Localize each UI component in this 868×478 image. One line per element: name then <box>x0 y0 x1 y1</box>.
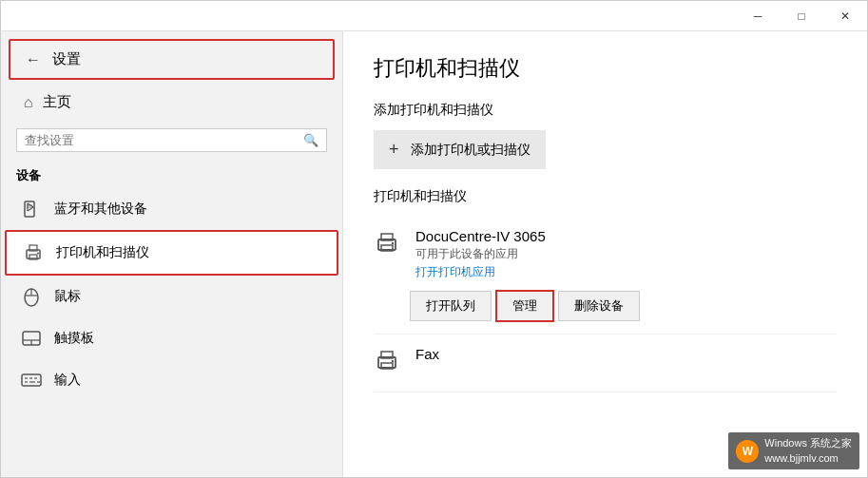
svg-rect-17 <box>29 377 32 379</box>
sidebar-item-touchpad[interactable]: 触摸板 <box>5 317 338 359</box>
sidebar-item-mouse[interactable]: 鼠标 <box>5 276 338 317</box>
sidebar-title: 设置 <box>52 50 81 68</box>
docucentre-printer-icon <box>374 230 400 262</box>
sidebar-header: ← 设置 <box>9 39 335 80</box>
search-input[interactable] <box>25 133 303 147</box>
fax-name: Fax <box>415 346 439 362</box>
main-content: 打印机和扫描仪 添加打印机和扫描仪 + 添加打印机或扫描仪 打印机和扫描仪 <box>343 31 867 477</box>
open-queue-button[interactable]: 打开队列 <box>410 291 492 321</box>
input-icon <box>20 369 43 392</box>
printer-item-top: DocuCentre-IV 3065 可用于此设备的应用 打开打印机应用 <box>374 228 837 280</box>
add-printer-label: 添加打印机或扫描仪 <box>411 142 530 159</box>
watermark-url: www.bjjmlv.com <box>764 451 852 466</box>
add-icon: + <box>389 140 399 160</box>
titlebar-controls: ─ □ ✕ <box>736 1 867 31</box>
search-icon: 🔍 <box>303 133 318 147</box>
titlebar: ─ □ ✕ <box>1 1 867 31</box>
printers-label: 打印机和扫描仪 <box>56 244 149 261</box>
svg-rect-19 <box>25 381 28 383</box>
touchpad-label: 触摸板 <box>54 330 94 347</box>
svg-point-8 <box>37 253 39 255</box>
sidebar-item-bluetooth[interactable]: 蓝牙和其他设备 <box>5 188 338 230</box>
watermark-text: Windows 系统之家 www.bjjmlv.com <box>764 436 852 466</box>
printer-item-fax: Fax <box>374 335 837 392</box>
printer-item-docucentre: DocuCentre-IV 3065 可用于此设备的应用 打开打印机应用 打开队… <box>374 217 837 335</box>
watermark-site: Windows 系统之家 <box>764 436 852 450</box>
page-title: 打印机和扫描仪 <box>374 54 837 83</box>
bluetooth-icon <box>20 198 43 220</box>
svg-rect-15 <box>22 374 41 386</box>
docucentre-status: 可用于此设备的应用 <box>415 246 546 262</box>
sidebar-item-input[interactable]: 输入 <box>5 359 338 401</box>
mouse-icon <box>20 285 43 308</box>
devices-section-label: 设备 <box>1 160 342 188</box>
docucentre-name: DocuCentre-IV 3065 <box>415 228 546 244</box>
bluetooth-label: 蓝牙和其他设备 <box>54 201 147 218</box>
manage-button[interactable]: 管理 <box>495 290 554 322</box>
svg-rect-21 <box>37 381 40 383</box>
minimize-button[interactable]: ─ <box>736 1 780 31</box>
watermark: W Windows 系统之家 www.bjjmlv.com <box>728 432 859 469</box>
close-button[interactable]: ✕ <box>823 1 867 31</box>
delete-device-button[interactable]: 删除设备 <box>558 291 640 321</box>
svg-rect-16 <box>25 377 28 379</box>
maximize-button[interactable]: □ <box>780 1 823 31</box>
svg-rect-20 <box>29 381 35 383</box>
sidebar-home-item[interactable]: ⌂ 主页 <box>9 84 335 121</box>
input-label: 输入 <box>54 372 81 389</box>
mouse-label: 鼠标 <box>54 288 81 305</box>
sidebar: ← 设置 ⌂ 主页 🔍 设备 <box>1 31 343 477</box>
svg-point-29 <box>392 360 394 362</box>
svg-rect-18 <box>34 377 37 379</box>
touchpad-icon <box>20 327 43 350</box>
home-icon: ⌂ <box>24 94 33 111</box>
fax-printer-icon <box>374 348 400 380</box>
docucentre-info: DocuCentre-IV 3065 可用于此设备的应用 打开打印机应用 <box>415 228 546 280</box>
printer-icon <box>22 241 45 264</box>
back-button[interactable]: ← <box>26 51 41 68</box>
add-printer-button[interactable]: + 添加打印机或扫描仪 <box>374 130 546 169</box>
open-printer-app-link[interactable]: 打开打印机应用 <box>415 264 546 280</box>
docucentre-actions: 打开队列 管理 删除设备 <box>374 290 837 322</box>
home-label: 主页 <box>43 93 71 111</box>
add-section-title: 添加打印机和扫描仪 <box>374 102 837 119</box>
content-area: ← 设置 ⌂ 主页 🔍 设备 <box>1 31 867 477</box>
fax-info: Fax <box>415 346 439 364</box>
watermark-icon: W <box>736 440 759 463</box>
search-box: 🔍 <box>16 128 327 152</box>
sidebar-item-printers[interactable]: 打印机和扫描仪 <box>5 230 338 276</box>
fax-item-top: Fax <box>374 346 837 380</box>
printer-list-title: 打印机和扫描仪 <box>374 188 837 205</box>
svg-point-25 <box>392 242 394 244</box>
